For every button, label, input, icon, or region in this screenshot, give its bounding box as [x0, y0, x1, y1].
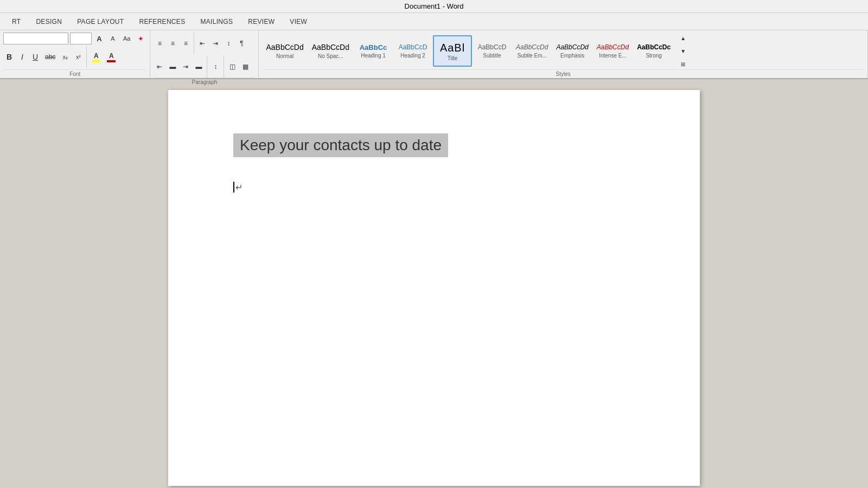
numbering-button[interactable]: ≡: [167, 37, 178, 49]
style-heading2-label: Heading 2: [400, 53, 425, 59]
font-section-label: Font: [3, 69, 146, 77]
style-subtleem-label: Subtle Em...: [517, 53, 546, 59]
style-subtitle-preview: AaBbCcD: [478, 43, 507, 51]
clear-formatting-button[interactable]: ✦: [135, 33, 146, 44]
borders-button[interactable]: ▦: [239, 61, 251, 73]
bold-button[interactable]: B: [3, 51, 15, 63]
style-heading1[interactable]: AaBbCc Heading 1: [354, 35, 393, 67]
styles-more[interactable]: ⊞: [677, 58, 689, 69]
tab-view[interactable]: VIEW: [282, 15, 315, 29]
style-heading2-preview: AaBbCcD: [399, 43, 427, 51]
style-title-label: Title: [448, 55, 458, 61]
cursor-line: ↵: [233, 179, 635, 195]
superscript-button[interactable]: x²: [72, 51, 84, 63]
style-intensee-preview: AaBbCcDd: [597, 43, 629, 51]
document-area: Keep your contacts up to date ↵: [0, 79, 868, 488]
font-size-input[interactable]: 28: [70, 33, 92, 44]
strikethrough-button[interactable]: abc: [42, 51, 58, 63]
font-name-input[interactable]: Calibri Light (: [3, 33, 68, 44]
tab-page-layout[interactable]: PAGE LAYOUT: [69, 15, 131, 29]
font-panel: Calibri Light ( 28 A A Aa ✦ B I U abc x₂…: [0, 30, 150, 78]
text-highlight-button[interactable]: A: [89, 51, 103, 63]
styles-section-label: Styles: [262, 69, 864, 77]
style-strong-preview: AaBbCcDc: [637, 43, 671, 51]
change-case-button[interactable]: Aa: [120, 33, 133, 44]
increase-indent-button[interactable]: ⇥: [209, 37, 221, 49]
tab-design[interactable]: DESIGN: [28, 15, 69, 29]
ribbon-tabs: RT DESIGN PAGE LAYOUT REFERENCES MAILING…: [0, 13, 868, 30]
font-color-button[interactable]: A: [104, 51, 118, 63]
shading-button[interactable]: ◫: [226, 61, 238, 73]
italic-button[interactable]: I: [16, 51, 28, 63]
style-title-preview: AaBl: [440, 41, 465, 54]
paragraph-section-label: Paragraph: [154, 78, 255, 85]
document-heading: Keep your contacts up to date: [233, 133, 448, 157]
style-emphasis-label: Emphasis: [560, 53, 584, 59]
title-text: Document1 - Word: [405, 2, 464, 10]
shrink-font-button[interactable]: A: [107, 33, 119, 44]
subscript-button[interactable]: x₂: [59, 51, 71, 63]
style-intensee[interactable]: AaBbCcDd Intense E...: [593, 35, 633, 67]
line-spacing-button[interactable]: ↕: [209, 61, 221, 73]
style-subtitle[interactable]: AaBbCcD Subtitle: [473, 35, 512, 67]
tab-mailings[interactable]: MAILINGS: [193, 15, 240, 29]
text-cursor: [233, 182, 234, 192]
align-left-button[interactable]: ⇤: [154, 61, 165, 73]
tab-rt[interactable]: RT: [4, 15, 28, 29]
align-right-button[interactable]: ⇥: [180, 61, 192, 73]
underline-button[interactable]: U: [29, 51, 41, 63]
styles-scroll-up[interactable]: ▲: [677, 33, 689, 44]
style-heading1-preview: AaBbCc: [360, 43, 387, 52]
multilevel-list-button[interactable]: ≡: [180, 37, 192, 49]
style-emphasis-preview: AaBbCcDd: [556, 43, 588, 51]
style-heading1-label: Heading 1: [361, 53, 386, 59]
style-emphasis[interactable]: AaBbCcDd Emphasis: [552, 35, 592, 67]
ribbon: Calibri Light ( 28 A A Aa ✦ B I U abc x₂…: [0, 30, 868, 79]
style-nospace-label: No Spac...: [318, 53, 343, 59]
style-normal-label: Normal: [276, 53, 293, 59]
style-strong[interactable]: AaBbCcDc Strong: [633, 35, 674, 67]
document-page[interactable]: Keep your contacts up to date ↵: [168, 90, 700, 486]
style-nospace[interactable]: AaBbCcDd No Spac...: [308, 35, 353, 67]
style-strong-label: Strong: [646, 53, 661, 59]
cursor-marker: ↵: [235, 182, 242, 192]
style-title[interactable]: AaBl Title: [433, 35, 472, 67]
style-heading2[interactable]: AaBbCcD Heading 2: [393, 35, 432, 67]
grow-font-button[interactable]: A: [93, 33, 105, 44]
paragraph-panel: ≡ ≡ ≡ ⇤ ⇥ ↕ ¶ ⇤ ▬ ⇥ ▬ ↕ ◫ ▦ Para: [150, 30, 259, 78]
styles-panel: AaBbCcDd Normal AaBbCcDd No Spac... AaBb…: [259, 30, 868, 78]
tab-references[interactable]: REFERENCES: [131, 15, 193, 29]
center-button[interactable]: ▬: [167, 61, 178, 73]
justify-button[interactable]: ▬: [193, 61, 205, 73]
show-hide-button[interactable]: ¶: [235, 37, 247, 49]
tab-review[interactable]: REVIEW: [240, 15, 282, 29]
style-subtitle-label: Subtitle: [483, 53, 501, 59]
sort-button[interactable]: ↕: [222, 37, 234, 49]
style-nospace-preview: AaBbCcDd: [312, 43, 349, 52]
style-normal[interactable]: AaBbCcDd Normal: [262, 35, 307, 67]
style-normal-preview: AaBbCcDd: [266, 43, 303, 52]
style-subtleem[interactable]: AaBbCcDd Subtle Em...: [512, 35, 552, 67]
style-intensee-label: Intense E...: [599, 53, 627, 59]
bullets-button[interactable]: ≡: [154, 37, 165, 49]
style-subtleem-preview: AaBbCcDd: [516, 43, 548, 51]
styles-scroll-down[interactable]: ▼: [677, 45, 689, 57]
decrease-indent-button[interactable]: ⇤: [196, 37, 208, 49]
title-bar: Document1 - Word: [0, 0, 868, 13]
